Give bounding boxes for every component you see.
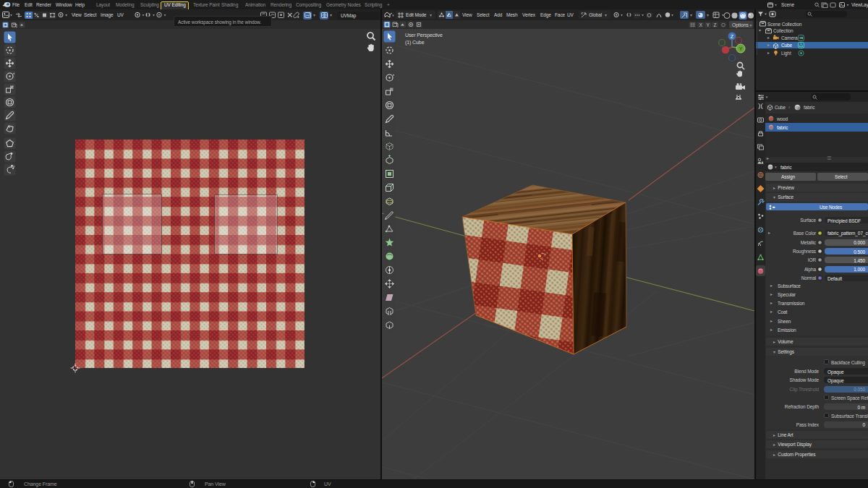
svg-text:Y: Y [739, 46, 743, 51]
svg-text:Z: Z [731, 34, 734, 39]
